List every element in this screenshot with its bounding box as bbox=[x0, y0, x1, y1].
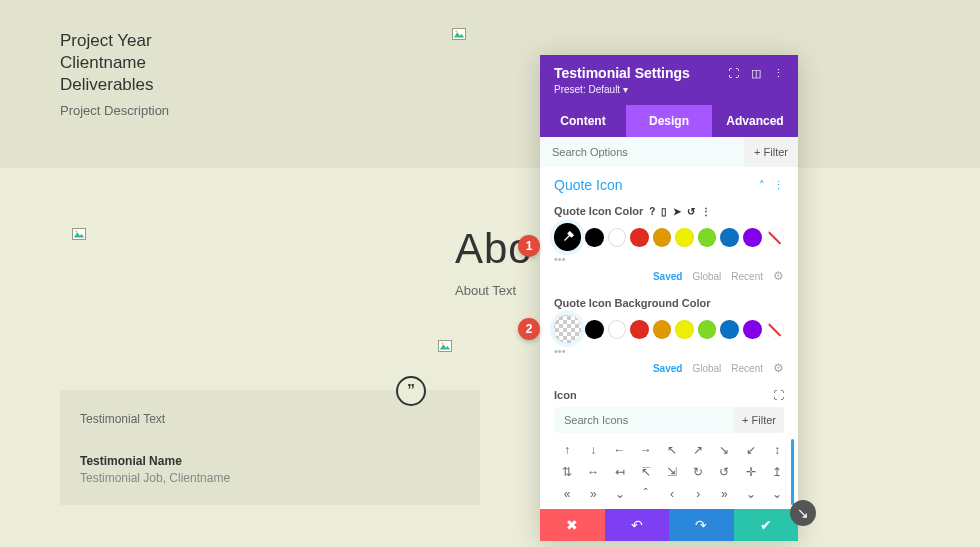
kebab-icon[interactable]: ⋮ bbox=[773, 179, 784, 192]
palette-saved[interactable]: Saved bbox=[653, 271, 682, 282]
icon-option[interactable]: ← bbox=[606, 439, 632, 461]
swatch-more-dots[interactable]: ••• bbox=[540, 253, 798, 265]
swatch-transparent[interactable] bbox=[554, 315, 581, 343]
icon-option[interactable]: ↕ bbox=[764, 439, 790, 461]
swatch-orange[interactable] bbox=[653, 228, 672, 247]
icon-option[interactable]: → bbox=[633, 439, 659, 461]
panel-body: + Filter Quote Icon ˄ ⋮ Quote Icon Color… bbox=[540, 137, 798, 509]
palette-tabs: Saved Global Recent ⚙ bbox=[540, 265, 798, 289]
palette-recent[interactable]: Recent bbox=[731, 363, 763, 374]
search-input[interactable] bbox=[540, 137, 744, 167]
panel-preset[interactable]: Preset: Default ▾ bbox=[554, 84, 784, 95]
icon-option[interactable]: › bbox=[685, 483, 711, 505]
swatch-eyedropper[interactable] bbox=[554, 223, 581, 251]
icon-option[interactable]: » bbox=[711, 483, 737, 505]
swatch-white[interactable] bbox=[608, 228, 627, 247]
broken-image-icon bbox=[438, 340, 452, 352]
icon-option[interactable]: ↤ bbox=[606, 461, 632, 483]
tab-design[interactable]: Design bbox=[626, 105, 712, 137]
expand-icon[interactable]: ⛶ bbox=[728, 67, 739, 79]
palette-recent[interactable]: Recent bbox=[731, 271, 763, 282]
svg-point-2 bbox=[455, 30, 457, 32]
icon-option[interactable]: ↺ bbox=[711, 461, 737, 483]
redo-button[interactable]: ↷ bbox=[669, 509, 734, 541]
panel-header[interactable]: Testimonial Settings ⛶ ◫ ⋮ Preset: Defau… bbox=[540, 55, 798, 105]
phone-icon[interactable]: ▯ bbox=[661, 206, 667, 217]
kebab-icon[interactable]: ⋮ bbox=[701, 206, 711, 217]
swatch-purple[interactable] bbox=[743, 228, 762, 247]
about-text: About Text bbox=[455, 283, 516, 298]
icon-option[interactable]: ✛ bbox=[738, 461, 764, 483]
cursor-icon[interactable]: ➤ bbox=[673, 206, 681, 217]
swatch-none[interactable] bbox=[766, 228, 785, 247]
icon-option[interactable]: ⌄ bbox=[764, 483, 790, 505]
swatch-blue[interactable] bbox=[720, 228, 739, 247]
label-icon-row: Icon ⛶ bbox=[540, 381, 798, 403]
snap-icon[interactable]: ◫ bbox=[751, 67, 761, 80]
search-row: + Filter bbox=[540, 137, 798, 167]
swatch-yellow[interactable] bbox=[675, 320, 694, 339]
swatch-more-dots[interactable]: ••• bbox=[540, 345, 798, 357]
palette-tabs: Saved Global Recent ⚙ bbox=[540, 357, 798, 381]
save-button[interactable]: ✔ bbox=[734, 509, 799, 541]
collapse-icon[interactable]: ˄ bbox=[759, 179, 765, 192]
icon-option[interactable]: ⇲ bbox=[659, 461, 685, 483]
expand-icon[interactable]: ⛶ bbox=[773, 389, 784, 401]
project-info: Project Year Clientname Deliverables Pro… bbox=[60, 30, 169, 118]
cancel-button[interactable]: ✖ bbox=[540, 509, 605, 541]
icon-option[interactable]: ↥ bbox=[764, 461, 790, 483]
icon-option[interactable]: ↙ bbox=[738, 439, 764, 461]
palette-saved[interactable]: Saved bbox=[653, 363, 682, 374]
swatch-red[interactable] bbox=[630, 228, 649, 247]
tab-advanced[interactable]: Advanced bbox=[712, 105, 798, 137]
resize-handle[interactable]: ↘ bbox=[790, 500, 816, 526]
gear-icon[interactable]: ⚙ bbox=[773, 361, 784, 375]
swatch-orange[interactable] bbox=[653, 320, 672, 339]
icon-option[interactable]: ↘ bbox=[711, 439, 737, 461]
icon-option[interactable]: ↖ bbox=[659, 439, 685, 461]
filter-button[interactable]: + Filter bbox=[734, 407, 784, 433]
icon-option[interactable]: ↓ bbox=[580, 439, 606, 461]
icon-option[interactable]: ⌄ bbox=[606, 483, 632, 505]
swatch-yellow[interactable] bbox=[675, 228, 694, 247]
icon-grid-scrollbar[interactable] bbox=[791, 439, 794, 505]
swatch-white[interactable] bbox=[608, 320, 627, 339]
palette-global[interactable]: Global bbox=[692, 363, 721, 374]
swatch-green[interactable] bbox=[698, 228, 717, 247]
icon-option[interactable]: ↸ bbox=[633, 461, 659, 483]
help-icon[interactable]: ? bbox=[649, 206, 655, 217]
testimonial-text: Testimonial Text bbox=[80, 412, 460, 426]
tab-content[interactable]: Content bbox=[540, 105, 626, 137]
gear-icon[interactable]: ⚙ bbox=[773, 269, 784, 283]
icon-option[interactable]: ↔ bbox=[580, 461, 606, 483]
icon-search-input[interactable] bbox=[554, 407, 734, 433]
swatch-red[interactable] bbox=[630, 320, 649, 339]
kebab-icon[interactable]: ⋮ bbox=[773, 67, 784, 80]
swatch-none[interactable] bbox=[766, 320, 785, 339]
color-swatches-icon-color bbox=[540, 219, 798, 255]
icon-option[interactable]: ⇅ bbox=[554, 461, 580, 483]
icon-option[interactable]: ↗ bbox=[685, 439, 711, 461]
quote-icon[interactable]: ” bbox=[396, 376, 426, 406]
swatch-green[interactable] bbox=[698, 320, 717, 339]
icon-option[interactable]: » bbox=[580, 483, 606, 505]
icon-option[interactable]: « bbox=[554, 483, 580, 505]
icon-option[interactable]: ↑ bbox=[554, 439, 580, 461]
icon-option[interactable]: ˆ bbox=[633, 483, 659, 505]
section-quote-icon[interactable]: Quote Icon bbox=[554, 177, 623, 193]
label-quote-icon-color: Quote Icon Color ? ▯ ➤ ↺ ⋮ bbox=[540, 197, 798, 219]
filter-button[interactable]: + Filter bbox=[744, 137, 798, 167]
icon-option[interactable]: ↻ bbox=[685, 461, 711, 483]
swatch-black[interactable] bbox=[585, 320, 604, 339]
swatch-blue[interactable] bbox=[720, 320, 739, 339]
undo-button[interactable]: ↶ bbox=[605, 509, 670, 541]
field-label: Quote Icon Color bbox=[554, 205, 643, 217]
palette-global[interactable]: Global bbox=[692, 271, 721, 282]
swatch-black[interactable] bbox=[585, 228, 604, 247]
field-label: Icon bbox=[554, 389, 577, 401]
icon-option[interactable]: ⌄ bbox=[738, 483, 764, 505]
icon-option[interactable]: ‹ bbox=[659, 483, 685, 505]
testimonial-name: Testimonial Name bbox=[80, 454, 460, 468]
reset-icon[interactable]: ↺ bbox=[687, 206, 695, 217]
swatch-purple[interactable] bbox=[743, 320, 762, 339]
